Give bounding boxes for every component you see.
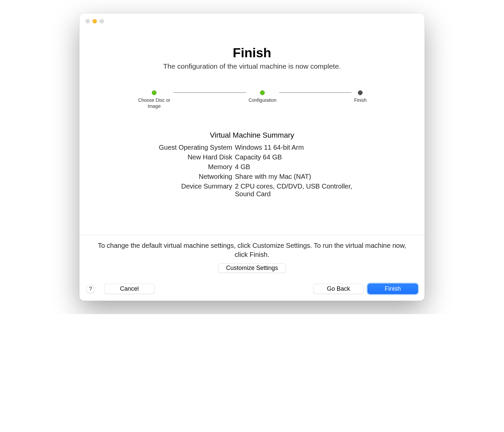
- finish-button[interactable]: Finish: [368, 284, 418, 294]
- cancel-button[interactable]: Cancel: [104, 284, 154, 294]
- go-back-button[interactable]: Go Back: [313, 284, 364, 294]
- content-area: Finish The configuration of the virtual …: [79, 29, 425, 198]
- titlebar: [79, 13, 425, 29]
- summary-os-value: Windows 11 64-bit Arm: [235, 144, 356, 151]
- summary-device-label: Device Summary: [148, 183, 232, 198]
- step-dot-icon: [358, 90, 363, 95]
- summary-disk-label: New Hard Disk: [148, 153, 232, 161]
- step-dot-icon: [152, 90, 156, 95]
- step-dot-icon: [260, 90, 265, 95]
- summary-networking-value: Share with my Mac (NAT): [235, 173, 356, 181]
- help-button[interactable]: ?: [86, 285, 95, 293]
- customize-settings-button[interactable]: Customize Settings: [218, 263, 286, 273]
- wizard-window: Finish The configuration of the virtual …: [79, 13, 425, 301]
- page-title: Finish: [96, 46, 408, 60]
- footnote-text: To change the default virtual machine se…: [93, 241, 411, 259]
- minimize-icon[interactable]: [92, 19, 97, 23]
- summary-table: Guest Operating System Windows 11 64-bit…: [96, 144, 408, 198]
- summary-device-value: 2 CPU cores, CD/DVD, USB Controller, Sou…: [235, 183, 356, 198]
- page-subtitle: The configuration of the virtual machine…: [96, 62, 408, 70]
- step-label: Configuration: [249, 97, 276, 103]
- step-choose-disc: Choose Disc or Image: [135, 90, 174, 109]
- footnote-section: To change the default virtual machine se…: [79, 235, 425, 279]
- button-bar: ? Cancel Go Back Finish: [79, 279, 425, 301]
- step-label: Finish: [354, 97, 367, 103]
- step-configuration: Configuration: [246, 90, 279, 103]
- step-finish: Finish: [352, 90, 369, 103]
- close-icon[interactable]: [85, 19, 90, 23]
- step-label: Choose Disc or Image: [137, 97, 171, 109]
- summary-heading: Virtual Machine Summary: [96, 131, 408, 140]
- stepper: Choose Disc or Image Configuration Finis…: [135, 90, 369, 109]
- zoom-icon[interactable]: [100, 19, 104, 23]
- summary-memory-label: Memory: [148, 163, 232, 171]
- summary-memory-value: 4 GB: [235, 163, 356, 171]
- summary-os-label: Guest Operating System: [148, 144, 232, 151]
- summary-disk-value: Capacity 64 GB: [235, 153, 356, 161]
- summary-networking-label: Networking: [148, 173, 232, 181]
